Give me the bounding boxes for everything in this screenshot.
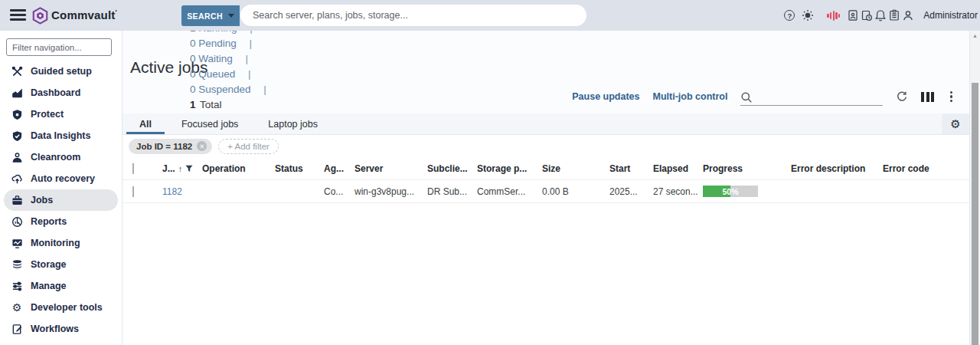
column-error-description[interactable]: Error description [791,163,883,174]
column-job-id[interactable]: J... [162,163,175,174]
multi-job-control-link[interactable]: Multi-job control [653,91,728,102]
shield-check-icon [11,130,23,142]
theme-icon[interactable] [802,9,814,21]
database-icon [11,259,23,271]
commvault-logo-icon[interactable] [32,7,48,25]
report-icon[interactable] [847,9,859,21]
filter-chip-job-id[interactable]: Job ID = 1182 [129,139,212,154]
monitor-icon [11,238,23,249]
current-user-name[interactable]: Administrator [923,10,978,21]
sidebar-item-workflows[interactable]: Workflows [4,318,118,340]
summary-suspended-link[interactable]: 0 Suspended | [190,82,266,97]
summary-pending-link[interactable]: 0 Pending | [190,36,266,51]
sidebar-item-label: Developer tools [31,302,103,313]
user-icon[interactable] [902,9,914,21]
sidebar-item-protect[interactable]: Protect [4,104,118,125]
refresh-icon[interactable] [896,90,908,103]
chevron-down-icon [228,14,234,18]
events-icon[interactable] [888,9,900,21]
column-start[interactable]: Start [609,163,653,174]
table-search-input[interactable] [757,93,883,104]
sidebar-item-label: Jobs [31,195,53,205]
summary-separator: | [263,84,266,95]
select-all-checkbox[interactable] [132,163,134,174]
column-error-code[interactable]: Error code [883,163,969,174]
sidebar-item-storage[interactable]: Storage [4,254,118,275]
tab-settings-gear-icon[interactable]: ⚙ [942,113,969,134]
sidebar-item-developer-tools[interactable]: ⚙ Developer tools [4,297,118,318]
column-subclient[interactable]: Subclie... [427,163,477,174]
help-icon[interactable] [784,10,795,21]
topbar-icon-group [847,9,914,21]
sidebar-item-auto-recovery[interactable]: Auto recovery [4,168,118,189]
main-content: Active jobs 1 Running | 0 Pending | 0 Wa… [122,31,969,345]
job-id-link[interactable]: 1182 [162,186,182,197]
columns-icon[interactable] [921,92,933,102]
filter-chip-label: Job ID = 1182 [136,142,192,151]
add-filter-button[interactable]: + Add filter [218,139,279,154]
global-search-input[interactable] [240,5,586,26]
metrics-icon[interactable] [827,11,840,21]
vertical-scrollbar: ▲ [969,31,980,345]
scrollbar-thumb[interactable] [972,83,978,345]
elapsed-cell: 27 secon... [653,186,703,197]
column-operation[interactable]: Operation [202,163,275,174]
column-storage-policy[interactable]: Storage p... [477,163,542,174]
summary-separator: | [246,53,249,64]
remove-filter-icon[interactable] [197,141,207,151]
tab-focused-jobs[interactable]: Focused jobs [168,113,251,134]
sidebar-item-label: Reports [31,216,67,227]
sidebar-item-label: Storage [31,259,67,270]
table-search [740,87,883,106]
summary-queued-link[interactable]: 0 Queued | [190,67,266,82]
brand-name: Commvault [51,8,117,21]
column-elapsed[interactable]: Elapsed [653,163,703,174]
server-cell: win-g3v8pug... [354,186,427,197]
sidebar-item-label: Data Insights [31,130,91,141]
search-icon[interactable] [740,91,753,104]
notifications-icon[interactable] [874,9,887,21]
scrollbar-up-arrow[interactable]: ▲ [970,31,980,41]
sidebar-item-reports[interactable]: Reports [4,211,118,232]
summary-waiting-link[interactable]: 0 Waiting | [190,51,266,67]
more-options-icon[interactable] [947,91,956,103]
sliders-icon [11,281,23,292]
filter-navigation-input[interactable] [6,38,112,56]
row-checkbox[interactable] [132,186,134,197]
search-scope-button[interactable]: SEARCH [181,5,240,26]
hamburger-menu-icon[interactable] [10,9,26,21]
briefcase-icon [11,195,23,206]
tab-laptop-jobs[interactable]: Laptop jobs [255,113,331,134]
sidebar-item-label: Monitoring [31,238,80,248]
dashboard-icon [11,87,23,99]
sidebar-item-cleanroom[interactable]: Cleanroom [4,146,118,168]
start-cell: 2025... [609,186,653,197]
sidebar-item-manage[interactable]: Manage [4,275,118,297]
tools-icon [11,66,23,77]
sidebar-item-monitoring[interactable]: Monitoring [4,232,118,254]
search-scope-label: SEARCH [187,12,223,21]
sidebar-item-data-insights[interactable]: Data Insights [4,125,118,146]
agent-cell: Co... [324,186,354,197]
column-filter-funnel-icon[interactable] [185,165,193,172]
pie-chart-icon [11,216,23,228]
workflow-icon [11,324,23,335]
column-server[interactable]: Server [354,163,427,174]
topbar: Commvault SEARCH [0,0,980,31]
sidebar-item-guided-setup[interactable]: Guided setup [4,61,118,82]
column-progress[interactable]: Progress [703,163,791,174]
summary-total: 1 Total [190,97,266,113]
cleanroom-icon [11,152,23,163]
column-status[interactable]: Status [275,163,324,174]
pause-updates-link[interactable]: Pause updates [572,91,639,102]
sidebar-item-jobs[interactable]: Jobs [4,189,118,211]
tab-all[interactable]: All [126,113,165,134]
summary-running-link[interactable]: 1 Running | [190,31,266,36]
sidebar-item-label: Protect [31,109,64,120]
table-header-row: J... ↑ Operation Status Ag... Server Sub… [122,157,969,180]
sidebar-item-dashboard[interactable]: Dashboard [4,82,118,104]
schedule-icon[interactable] [861,9,873,21]
column-agent[interactable]: Ag... [324,163,354,174]
sort-ascending-icon[interactable]: ↑ [178,164,183,173]
column-size[interactable]: Size [542,163,609,174]
